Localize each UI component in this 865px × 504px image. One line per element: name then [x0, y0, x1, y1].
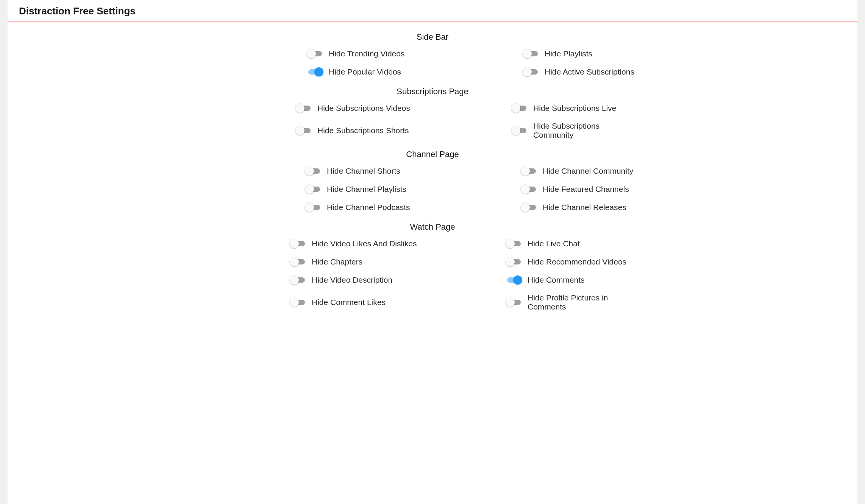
toggle-hide-chapters: Hide Chapters — [224, 257, 425, 267]
label-hide-playlists: Hide Playlists — [545, 49, 592, 58]
toggle-hide-channel-podcasts: Hide Channel Podcasts — [224, 202, 425, 212]
settings-content: Side Bar Hide Trending Videos Hide Playl… — [8, 22, 857, 336]
toggle-hide-recommended-videos: Hide Recommended Videos — [440, 257, 641, 267]
label-hide-trending-videos: Hide Trending Videos — [329, 49, 404, 58]
switch-hide-featured-channels[interactable] — [521, 184, 537, 194]
toggle-hide-playlists: Hide Playlists — [440, 49, 641, 59]
toggle-hide-comment-likes: Hide Comment Likes — [224, 293, 425, 311]
label-hide-video-likes-and-dislikes: Hide Video Likes And Dislikes — [312, 239, 417, 248]
label-hide-live-chat: Hide Live Chat — [528, 239, 580, 248]
toggle-hide-subscriptions-videos: Hide Subscriptions Videos — [224, 103, 425, 113]
switch-hide-subscriptions-live[interactable] — [512, 103, 527, 113]
label-hide-profile-pictures-in-comments: Hide Profile Pictures in Comments — [528, 293, 641, 311]
switch-hide-trending-videos[interactable] — [308, 49, 323, 59]
label-hide-channel-shorts: Hide Channel Shorts — [327, 166, 400, 176]
section-heading-sidebar: Side Bar — [23, 32, 842, 42]
label-hide-channel-playlists: Hide Channel Playlists — [327, 185, 406, 194]
section-sidebar: Side Bar Hide Trending Videos Hide Playl… — [23, 32, 842, 77]
toggle-hide-channel-shorts: Hide Channel Shorts — [224, 166, 425, 176]
toggle-grid-sidebar: Hide Trending Videos Hide Playlists Hide… — [224, 49, 641, 77]
toggle-hide-subscriptions-live: Hide Subscriptions Live — [440, 103, 641, 113]
label-hide-subscriptions-live: Hide Subscriptions Live — [533, 104, 616, 113]
toggle-hide-live-chat: Hide Live Chat — [440, 239, 641, 249]
toggle-hide-active-subscriptions: Hide Active Subscriptions — [440, 67, 641, 77]
settings-page: Distraction Free Settings Side Bar Hide … — [8, 0, 857, 504]
label-hide-channel-releases: Hide Channel Releases — [543, 203, 626, 212]
switch-hide-playlists[interactable] — [523, 49, 539, 59]
switch-hide-subscriptions-shorts[interactable] — [296, 126, 311, 135]
switch-hide-profile-pictures-in-comments[interactable] — [506, 297, 521, 307]
switch-hide-live-chat[interactable] — [506, 239, 521, 249]
label-hide-recommended-videos: Hide Recommended Videos — [528, 257, 626, 266]
page-title: Distraction Free Settings — [8, 0, 857, 22]
switch-hide-channel-podcasts[interactable] — [306, 202, 321, 212]
section-watch: Watch Page Hide Video Likes And Dislikes… — [23, 222, 842, 311]
toggle-hide-video-description: Hide Video Description — [224, 275, 425, 285]
section-heading-subscriptions: Subscriptions Page — [23, 87, 842, 96]
section-channel: Channel Page Hide Channel Shorts Hide Ch… — [23, 149, 842, 212]
switch-hide-chapters[interactable] — [290, 257, 306, 267]
toggle-hide-video-likes-and-dislikes: Hide Video Likes And Dislikes — [224, 239, 425, 249]
toggle-grid-channel: Hide Channel Shorts Hide Channel Communi… — [224, 166, 641, 212]
label-hide-channel-podcasts: Hide Channel Podcasts — [327, 203, 410, 212]
label-hide-channel-community: Hide Channel Community — [543, 166, 633, 176]
label-hide-chapters: Hide Chapters — [312, 257, 362, 266]
toggle-hide-subscriptions-shorts: Hide Subscriptions Shorts — [224, 121, 425, 140]
switch-hide-channel-shorts[interactable] — [306, 166, 321, 176]
switch-hide-popular-videos[interactable] — [308, 67, 323, 77]
toggle-hide-profile-pictures-in-comments: Hide Profile Pictures in Comments — [440, 293, 641, 311]
label-hide-subscriptions-videos: Hide Subscriptions Videos — [317, 104, 410, 113]
switch-hide-subscriptions-community[interactable] — [512, 126, 527, 135]
switch-hide-comment-likes[interactable] — [290, 297, 306, 307]
toggle-grid-subscriptions: Hide Subscriptions Videos Hide Subscript… — [224, 103, 641, 140]
section-subscriptions: Subscriptions Page Hide Subscriptions Vi… — [23, 87, 842, 140]
label-hide-featured-channels: Hide Featured Channels — [543, 185, 629, 194]
toggle-hide-channel-community: Hide Channel Community — [440, 166, 641, 176]
switch-hide-channel-releases[interactable] — [521, 202, 537, 212]
toggle-hide-comments: Hide Comments — [440, 275, 641, 285]
label-hide-video-description: Hide Video Description — [312, 275, 392, 285]
switch-hide-video-likes-and-dislikes[interactable] — [290, 239, 306, 249]
switch-hide-channel-community[interactable] — [521, 166, 537, 176]
toggle-hide-channel-releases: Hide Channel Releases — [440, 202, 641, 212]
section-heading-watch: Watch Page — [23, 222, 842, 232]
switch-hide-recommended-videos[interactable] — [506, 257, 521, 267]
toggle-hide-featured-channels: Hide Featured Channels — [440, 184, 641, 194]
toggle-hide-subscriptions-community: Hide Subscriptions Community — [440, 121, 641, 140]
label-hide-subscriptions-community: Hide Subscriptions Community — [533, 121, 641, 140]
toggle-hide-trending-videos: Hide Trending Videos — [224, 49, 425, 59]
label-hide-comment-likes: Hide Comment Likes — [312, 298, 386, 307]
toggle-hide-channel-playlists: Hide Channel Playlists — [224, 184, 425, 194]
switch-hide-subscriptions-videos[interactable] — [296, 103, 311, 113]
label-hide-subscriptions-shorts: Hide Subscriptions Shorts — [317, 126, 409, 135]
section-heading-channel: Channel Page — [23, 149, 842, 159]
toggle-hide-popular-videos: Hide Popular Videos — [224, 67, 425, 77]
switch-hide-video-description[interactable] — [290, 275, 306, 285]
switch-hide-channel-playlists[interactable] — [306, 184, 321, 194]
switch-hide-comments[interactable] — [506, 275, 521, 285]
label-hide-active-subscriptions: Hide Active Subscriptions — [545, 67, 634, 76]
label-hide-popular-videos: Hide Popular Videos — [329, 67, 401, 76]
toggle-grid-watch: Hide Video Likes And Dislikes Hide Live … — [224, 239, 641, 311]
switch-hide-active-subscriptions[interactable] — [523, 67, 539, 77]
label-hide-comments: Hide Comments — [528, 275, 585, 285]
